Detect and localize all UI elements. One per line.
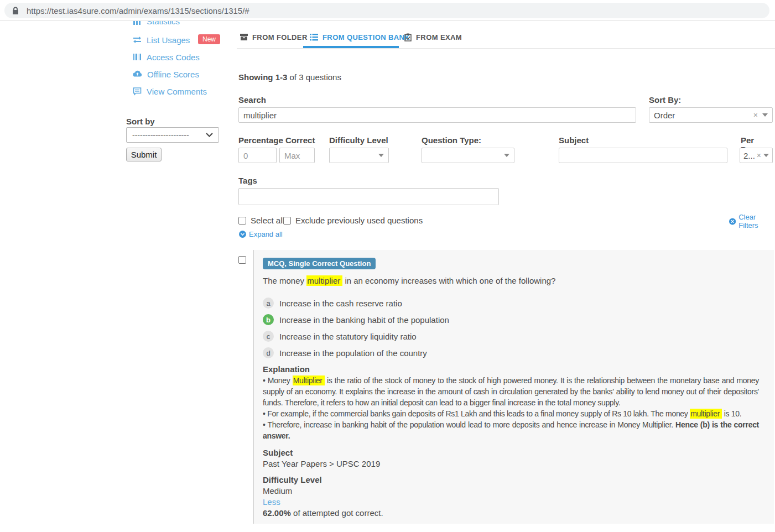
option-text: Increase in the cash reserve ratio: [279, 299, 402, 308]
option-row-d[interactable]: d Increase in the population of the coun…: [263, 347, 759, 358]
sidebar-item-offline-scores[interactable]: Offline Scores: [133, 69, 199, 80]
caret-down-icon: [762, 113, 768, 117]
correct-option-letter: b: [263, 314, 274, 325]
tab-label: FROM QUESTION BANK: [323, 33, 410, 41]
option-letter: a: [263, 298, 274, 309]
option-letter: c: [263, 331, 274, 342]
sidebar-item-access-codes[interactable]: Access Codes: [133, 51, 200, 62]
comment-icon: [133, 87, 142, 96]
page: Statistics List Usages New Access Codes …: [0, 0, 775, 532]
sort-by-sidebar-select[interactable]: ----------------------: [126, 127, 219, 143]
sidebar-item-label: Offline Scores: [147, 70, 199, 79]
difficulty-level-label: Difficulty Level: [329, 135, 388, 145]
difficulty-level-select[interactable]: [329, 148, 389, 163]
option-row-a[interactable]: a Increase in the cash reserve ratio: [263, 298, 759, 309]
exclude-used-row: Exclude previously used questions: [283, 216, 423, 225]
sidebar-item-list-usages[interactable]: List Usages: [133, 34, 190, 45]
sidebar-item-label: List Usages: [147, 35, 190, 45]
sidebar-item-label: Access Codes: [147, 53, 200, 62]
subject-input[interactable]: [559, 148, 727, 163]
question-select-checkbox[interactable]: [238, 256, 246, 264]
chevron-down-icon: [206, 133, 213, 137]
lock-icon: [12, 7, 19, 15]
question-type-label: Question Type:: [422, 135, 481, 145]
percent-correct-stat: 62.00% of attempted got correct.: [263, 508, 759, 519]
per-page-select[interactable]: 2... ×: [740, 148, 773, 163]
tags-input[interactable]: [238, 188, 499, 205]
exchange-arrows-icon: [133, 35, 142, 44]
option-letter: d: [263, 347, 274, 358]
select-all-row: Select all: [238, 216, 284, 225]
sort-by-sidebar-label: Sort by: [126, 117, 155, 126]
search-label: Search: [238, 95, 266, 105]
clear-selection-icon[interactable]: ×: [753, 111, 758, 119]
highlighted-term: multiplier: [306, 275, 342, 286]
sort-by-select[interactable]: Order ×: [649, 107, 773, 123]
url-text: https://test.ias4sure.com/admin/exams/13…: [27, 6, 249, 15]
select-all-checkbox[interactable]: [238, 217, 246, 225]
archive-icon: [240, 33, 248, 41]
sort-by-sidebar-value: ----------------------: [132, 131, 189, 139]
tabs-divider: [237, 48, 775, 49]
highlighted-term: Multiplier: [293, 375, 325, 385]
percentage-correct-label: Percentage Correct: [238, 135, 315, 145]
highlighted-term: multiplier: [690, 409, 722, 419]
search-input[interactable]: [238, 107, 636, 123]
subject-heading: Subject: [263, 447, 759, 458]
option-text: Increase in the banking habit of the pop…: [279, 315, 449, 325]
question-card: MCQ, Single Correct Question The money m…: [253, 250, 774, 524]
url-bar[interactable]: https://test.ias4sure.com/admin/exams/13…: [4, 3, 769, 18]
subject-filter-label: Subject: [559, 135, 589, 145]
per-page-value: 2...: [743, 151, 757, 160]
barcode-icon: [133, 53, 142, 61]
clear-selection-icon[interactable]: ×: [757, 151, 761, 160]
submit-button[interactable]: Submit: [126, 148, 162, 161]
option-row-b[interactable]: b Increase in the banking habit of the p…: [263, 314, 759, 325]
exclude-used-checkbox[interactable]: [283, 217, 291, 225]
expand-all-link[interactable]: Expand all: [239, 230, 283, 238]
caret-down-icon: [378, 154, 384, 157]
percentage-max-input[interactable]: [279, 148, 315, 163]
caret-down-icon: [763, 154, 769, 157]
less-link[interactable]: Less: [263, 497, 759, 508]
explanation-body: • Money Multiplier is the ratio of the s…: [263, 375, 759, 441]
clear-filters-link[interactable]: Clear Filters: [729, 213, 775, 230]
results-summary: Showing 1-3 of 3 questions: [238, 72, 341, 82]
tab-label: FROM FOLDER: [252, 33, 308, 41]
question-type-badge: MCQ, Single Correct Question: [263, 258, 376, 269]
option-text: Increase in the statutory liquidity rati…: [279, 332, 417, 341]
sort-by-label: Sort By:: [649, 95, 681, 105]
tab-from-question-bank[interactable]: FROM QUESTION BANK: [310, 29, 410, 45]
sort-by-value: Order: [654, 111, 753, 120]
caret-down-icon: [504, 154, 509, 157]
cloud-upload-icon: [133, 70, 142, 79]
sidebar-item-view-comments[interactable]: View Comments: [133, 86, 207, 97]
select-all-label: Select all: [251, 216, 284, 225]
browser-top-bar: https://test.ias4sure.com/admin/exams/13…: [0, 0, 775, 21]
circle-x-icon: [729, 218, 736, 225]
percentage-min-input[interactable]: [238, 148, 277, 163]
tab-label: FROM EXAM: [416, 33, 462, 41]
tab-from-folder[interactable]: FROM FOLDER: [240, 29, 308, 45]
tab-from-exam[interactable]: FROM EXAM: [404, 29, 462, 45]
list-icon: [310, 34, 318, 41]
circle-chevron-down-icon: [239, 231, 246, 238]
option-text: Increase in the population of the countr…: [279, 348, 427, 358]
question-text: The money multiplier in an economy incre…: [263, 275, 759, 286]
option-row-c[interactable]: c Increase in the statutory liquidity ra…: [263, 331, 759, 342]
sidebar-item-label: View Comments: [147, 87, 207, 96]
explanation-heading: Explanation: [263, 364, 759, 375]
subject-value: Past Year Papers > UPSC 2019: [263, 458, 759, 470]
exclude-used-label: Exclude previously used questions: [295, 216, 423, 225]
question-type-select[interactable]: [422, 148, 514, 163]
new-badge: New: [198, 34, 220, 44]
difficulty-heading: Difficulty Level: [263, 474, 759, 486]
clipboard-check-icon: [404, 33, 412, 41]
difficulty-value: Medium: [263, 486, 759, 497]
tags-label: Tags: [238, 176, 257, 185]
